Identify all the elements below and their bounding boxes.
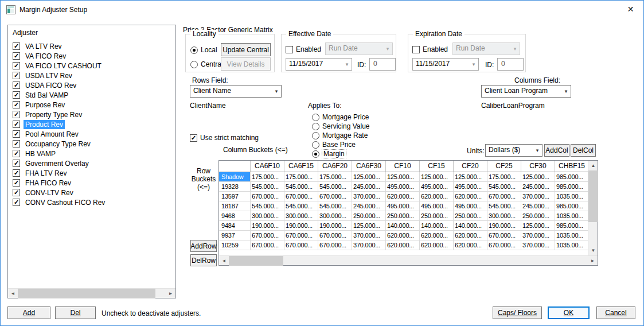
grid-cell[interactable]: 190.000...	[318, 221, 352, 231]
grid-cell[interactable]: 985.000...	[555, 182, 588, 192]
grid-cell[interactable]: 620.000...	[420, 231, 454, 240]
grid-cell[interactable]: 370.000...	[521, 240, 555, 250]
grid-cell[interactable]: 670.000...	[487, 240, 521, 250]
adjuster-checkbox[interactable]: ✓	[13, 72, 20, 79]
grid-cell[interactable]: 245.000...	[352, 201, 386, 211]
grid-cell[interactable]: 140.000...	[454, 221, 487, 231]
adjuster-checkbox[interactable]: ✓	[13, 121, 20, 128]
grid-cell[interactable]: 1035.00...	[555, 192, 588, 201]
columns-field-select[interactable]: Client Loan Program ▾	[481, 85, 571, 98]
grid-column-header[interactable]: CA6F15	[284, 161, 318, 172]
dropdown-arrow-icon[interactable]: ▾	[533, 145, 542, 156]
adjuster-checkbox[interactable]: ✓	[13, 101, 20, 108]
grid-cell[interactable]: 670.000...	[487, 231, 521, 240]
grid-cell[interactable]: 620.000...	[454, 192, 487, 201]
grid-column-header[interactable]: CF30	[521, 161, 555, 172]
grid-cell[interactable]: 245.000...	[521, 201, 555, 211]
strict-matching-checkbox[interactable]: ✓ Use strict matching	[190, 134, 259, 142]
adjuster-item[interactable]: ✓Purpose Rev	[9, 100, 175, 110]
grid-cell[interactable]: 370.000...	[352, 231, 386, 240]
grid-cell[interactable]: 125.000...	[352, 221, 386, 231]
scroll-right-icon[interactable]: ►	[588, 256, 598, 266]
grid-cell[interactable]: 620.000...	[386, 231, 420, 240]
grid-cell[interactable]: 370.000...	[352, 192, 386, 201]
grid-corner-header[interactable]	[219, 161, 251, 172]
grid-cell[interactable]: 495.000...	[454, 201, 487, 211]
checkbox-icon[interactable]	[286, 46, 293, 53]
row-bucket-cell[interactable]: 9468	[219, 211, 251, 221]
adjuster-item[interactable]: ✓Property Type Rev	[9, 110, 175, 119]
grid-cell[interactable]: 670.000...	[487, 192, 521, 201]
adjuster-item[interactable]: ✓Pool Amount Rev	[9, 129, 175, 139]
effective-id-field[interactable]: 0	[369, 58, 396, 71]
dropdown-arrow-icon[interactable]: ▾	[342, 59, 352, 70]
dropdown-arrow-icon[interactable]: ▾	[561, 86, 571, 97]
grid-cell[interactable]: 1035.00...	[555, 211, 588, 221]
grid-cell[interactable]: 545.000...	[251, 201, 284, 211]
grid-cell[interactable]: 300.000...	[318, 211, 352, 221]
effective-date-picker[interactable]: 11/15/2017 ▾	[286, 58, 352, 71]
grid-cell[interactable]: 125.000...	[521, 172, 555, 182]
locality-local-radio[interactable]: Local	[190, 46, 217, 54]
grid-cell[interactable]: 620.000...	[420, 192, 454, 201]
cancel-button[interactable]: Cancel	[596, 306, 635, 319]
grid-cell[interactable]: 125.000...	[352, 172, 386, 182]
grid-cell[interactable]: 190.000...	[284, 221, 318, 231]
grid-cell[interactable]: 620.000...	[420, 240, 454, 250]
adjuster-checkbox[interactable]: ✓	[13, 199, 20, 206]
rows-field-select[interactable]: Client Name ▾	[190, 85, 282, 98]
applies-to-option[interactable]: Base Price	[312, 140, 370, 149]
hscroll-thumb[interactable]	[18, 289, 155, 298]
grid-column-header[interactable]: CA6F30	[352, 161, 386, 172]
grid-column-header[interactable]: CHBF15	[555, 161, 588, 172]
row-bucket-cell[interactable]: 9937	[219, 231, 251, 240]
grid-cell[interactable]: 140.000...	[386, 221, 420, 231]
adjuster-item[interactable]: ✓VA LTV Rev	[9, 41, 175, 51]
dropdown-arrow-icon[interactable]: ▾	[469, 59, 478, 70]
checkbox-icon[interactable]: ✓	[190, 134, 197, 142]
grid-cell[interactable]: 620.000...	[454, 240, 487, 250]
grid-cell[interactable]: 670.000...	[284, 231, 318, 240]
radio-icon[interactable]	[190, 61, 198, 68]
grid-cell[interactable]: 300.000...	[251, 211, 284, 221]
grid-hscrollbar[interactable]: ◄ ►	[219, 255, 598, 265]
grid-cell[interactable]: 495.000...	[386, 201, 420, 211]
adjuster-checkbox[interactable]: ✓	[13, 169, 20, 177]
scroll-down-icon[interactable]: ▼	[588, 246, 598, 255]
grid-cell[interactable]: 495.000...	[454, 182, 487, 192]
adjuster-item[interactable]: ✓Government Overlay	[9, 158, 175, 168]
grid-cell[interactable]: 1035.00...	[555, 240, 588, 250]
del-button[interactable]: Del	[55, 306, 96, 319]
grid-cell[interactable]: 495.000...	[420, 182, 454, 192]
delrow-button[interactable]: DelRow	[190, 254, 217, 266]
adjuster-item[interactable]: ✓FHA FICO Rev	[9, 178, 175, 188]
grid-cell[interactable]: 545.000...	[487, 201, 521, 211]
adjuster-list-hscrollbar[interactable]: ◄ ►	[8, 288, 175, 298]
grid-cell[interactable]: 245.000...	[352, 182, 386, 192]
row-bucket-cell[interactable]: 10259	[219, 240, 251, 250]
adjuster-checkbox[interactable]: ✓	[13, 140, 20, 148]
grid-cell[interactable]: 545.000...	[318, 182, 352, 192]
adjuster-item[interactable]: ✓CONV Cashout FICO Rev	[9, 197, 175, 207]
addcol-button[interactable]: AddCol	[544, 144, 569, 157]
radio-icon[interactable]	[312, 132, 319, 139]
grid-cell[interactable]: 620.000...	[386, 192, 420, 201]
delcol-button[interactable]: DelCol	[571, 144, 596, 157]
ok-button[interactable]: OK	[548, 306, 590, 319]
row-bucket-cell[interactable]: 19328	[219, 182, 251, 192]
grid-cell[interactable]: 250.000...	[454, 211, 487, 221]
dropdown-arrow-icon[interactable]: ▾	[272, 86, 281, 97]
expiration-date-picker[interactable]: 11/15/2017 ▾	[412, 58, 479, 71]
grid-column-header[interactable]: CF20	[454, 161, 487, 172]
grid-column-header[interactable]: CF15	[420, 161, 454, 172]
grid-cell[interactable]: 670.000...	[318, 231, 352, 240]
grid-cell[interactable]: 545.000...	[284, 201, 318, 211]
row-bucket-cell[interactable]: 13597	[219, 192, 251, 201]
adjuster-item[interactable]: ✓CONV-LTV Rev	[9, 188, 175, 197]
grid-column-header[interactable]: CF10	[386, 161, 420, 172]
adjuster-item[interactable]: ✓Product Rev	[9, 119, 175, 129]
grid-column-header[interactable]: CF25	[487, 161, 521, 172]
adjuster-checkbox[interactable]: ✓	[13, 62, 20, 69]
grid-cell[interactable]: 370.000...	[521, 231, 555, 240]
applies-to-option[interactable]: Margin	[312, 149, 370, 158]
